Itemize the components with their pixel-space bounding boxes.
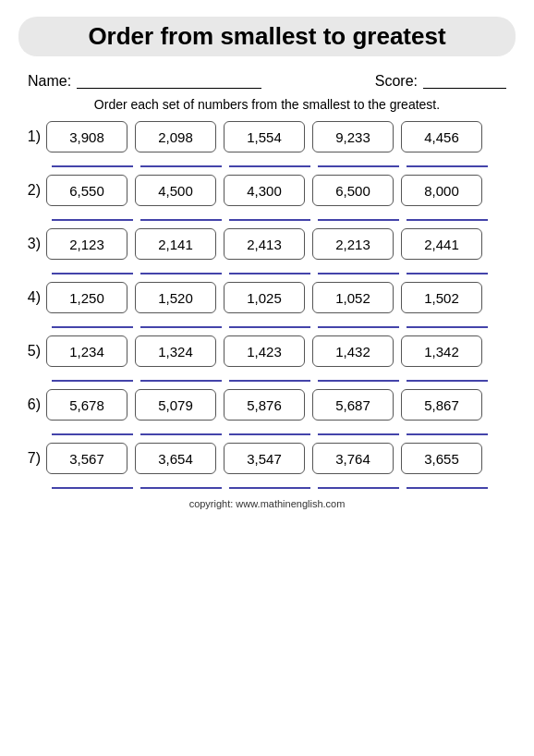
number-box-5-2: 1,324 (135, 335, 216, 367)
number-box-1-3: 1,554 (224, 121, 305, 152)
answer-line-3-3[interactable] (229, 262, 310, 274)
problem-number-2: 2) (18, 182, 46, 199)
answer-line-4-3[interactable] (229, 315, 310, 328)
answer-row-7 (18, 476, 516, 489)
answer-lines-2 (52, 208, 516, 221)
answer-line-2-2[interactable] (140, 208, 222, 221)
answer-line-3-2[interactable] (140, 262, 222, 274)
number-box-6-5: 5,867 (401, 389, 482, 421)
answer-line-5-3[interactable] (229, 369, 310, 382)
number-box-1-1: 3,908 (46, 121, 127, 152)
number-box-7-5: 3,655 (401, 443, 482, 474)
number-box-7-1: 3,567 (46, 443, 127, 474)
problem-number-4: 4) (18, 289, 46, 306)
answer-line-7-4[interactable] (318, 476, 399, 489)
answer-line-1-5[interactable] (407, 154, 488, 167)
answer-line-4-2[interactable] (140, 315, 222, 328)
answer-row-3 (18, 262, 516, 274)
score-label: Score: (375, 73, 418, 90)
answer-row-1 (18, 154, 516, 167)
answer-line-1-3[interactable] (229, 154, 310, 167)
number-box-2-2: 4,500 (135, 175, 216, 206)
numbers-row-7: 3,5673,6543,5473,7643,655 (46, 443, 516, 474)
number-box-6-3: 5,876 (224, 389, 305, 421)
copyright-text: copyright: www.mathinenglish.com (18, 498, 516, 509)
number-box-5-4: 1,432 (312, 335, 394, 367)
answer-line-6-5[interactable] (407, 422, 488, 435)
number-box-2-5: 8,000 (401, 175, 482, 206)
answer-line-5-5[interactable] (407, 369, 488, 382)
answer-line-3-1[interactable] (52, 262, 133, 274)
problem-section-4: 4)1,2501,5201,0251,0521,502 (18, 282, 516, 328)
number-box-1-5: 4,456 (401, 121, 482, 152)
numbers-row-2: 6,5504,5004,3006,5008,000 (46, 175, 516, 206)
problem-row-6: 6)5,6785,0795,8765,6875,867 (18, 389, 516, 421)
problem-row-3: 3)2,1232,1412,4132,2132,441 (18, 228, 516, 260)
number-box-6-2: 5,079 (135, 389, 216, 421)
number-box-1-4: 9,233 (312, 121, 394, 152)
answer-line-5-1[interactable] (52, 369, 133, 382)
answer-lines-4 (52, 315, 516, 328)
answer-line-6-1[interactable] (52, 422, 133, 435)
number-box-5-5: 1,342 (401, 335, 482, 367)
answer-line-7-1[interactable] (52, 476, 133, 489)
problem-number-3: 3) (18, 236, 46, 252)
number-box-6-1: 5,678 (46, 389, 127, 421)
answer-line-3-5[interactable] (407, 262, 488, 274)
problem-row-5: 5)1,2341,3241,4231,4321,342 (18, 335, 516, 367)
number-box-3-2: 2,141 (135, 228, 216, 260)
problem-section-3: 3)2,1232,1412,4132,2132,441 (18, 228, 516, 274)
number-box-3-3: 2,413 (224, 228, 305, 260)
numbers-row-1: 3,9082,0981,5549,2334,456 (46, 121, 516, 152)
answer-line-5-2[interactable] (140, 369, 222, 382)
name-input-line (77, 74, 261, 89)
score-input-line (423, 74, 506, 89)
problem-row-1: 1)3,9082,0981,5549,2334,456 (18, 121, 516, 152)
numbers-row-3: 2,1232,1412,4132,2132,441 (46, 228, 516, 260)
answer-line-7-5[interactable] (407, 476, 488, 489)
answer-line-6-3[interactable] (229, 422, 310, 435)
name-label: Name: (28, 73, 71, 90)
problem-row-2: 2)6,5504,5004,3006,5008,000 (18, 175, 516, 206)
problem-section-7: 7)3,5673,6543,5473,7643,655 (18, 443, 516, 489)
problem-number-5: 5) (18, 343, 46, 360)
answer-line-5-4[interactable] (318, 369, 399, 382)
problem-number-7: 7) (18, 450, 46, 467)
answer-line-6-4[interactable] (318, 422, 399, 435)
answer-line-1-2[interactable] (140, 154, 222, 167)
answer-line-2-5[interactable] (407, 208, 488, 221)
number-box-2-1: 6,550 (46, 175, 127, 206)
answer-line-4-4[interactable] (318, 315, 399, 328)
answer-row-2 (18, 208, 516, 221)
answer-line-1-4[interactable] (318, 154, 399, 167)
problem-section-5: 5)1,2341,3241,4231,4321,342 (18, 335, 516, 382)
number-box-6-4: 5,687 (312, 389, 394, 421)
answer-line-4-5[interactable] (407, 315, 488, 328)
answer-row-5 (18, 369, 516, 382)
answer-lines-7 (52, 476, 516, 489)
answer-line-7-3[interactable] (229, 476, 310, 489)
answer-line-3-4[interactable] (318, 262, 399, 274)
answer-line-6-2[interactable] (140, 422, 222, 435)
number-box-7-4: 3,764 (312, 443, 394, 474)
instructions-text: Order each set of numbers from the small… (18, 97, 516, 112)
number-box-4-3: 1,025 (224, 282, 305, 313)
answer-line-7-2[interactable] (140, 476, 222, 489)
answer-line-2-1[interactable] (52, 208, 133, 221)
number-box-3-1: 2,123 (46, 228, 127, 260)
number-box-7-2: 3,654 (135, 443, 216, 474)
answer-lines-3 (52, 262, 516, 274)
answer-lines-5 (52, 369, 516, 382)
answer-line-2-4[interactable] (318, 208, 399, 221)
answer-line-2-3[interactable] (229, 208, 310, 221)
number-box-4-1: 1,250 (46, 282, 127, 313)
page-title: Order from smallest to greatest (18, 17, 516, 56)
problems-container: 1)3,9082,0981,5549,2334,4562)6,5504,5004… (18, 121, 516, 489)
answer-row-6 (18, 422, 516, 435)
problem-row-7: 7)3,5673,6543,5473,7643,655 (18, 443, 516, 474)
answer-line-1-1[interactable] (52, 154, 133, 167)
problem-number-6: 6) (18, 396, 46, 413)
answer-line-4-1[interactable] (52, 315, 133, 328)
answer-row-4 (18, 315, 516, 328)
number-box-3-4: 2,213 (312, 228, 394, 260)
